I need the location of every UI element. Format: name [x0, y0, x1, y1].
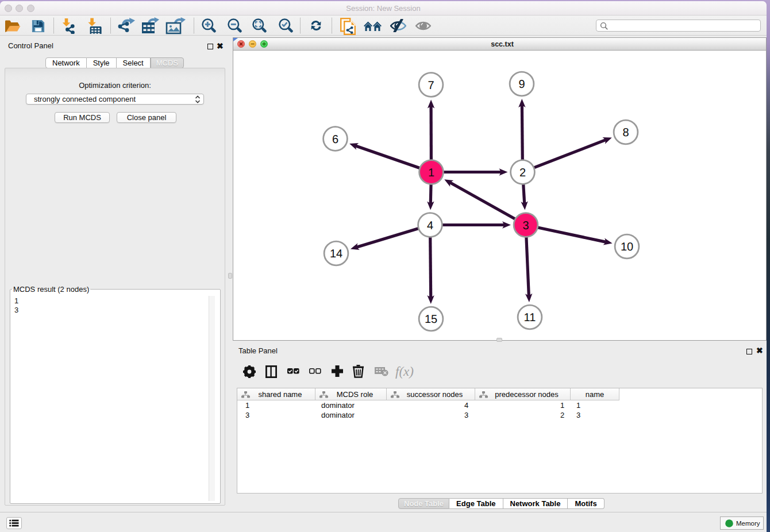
svg-text:4: 4	[427, 219, 433, 232]
svg-text:2: 2	[519, 167, 526, 179]
svg-text:f(x): f(x)	[395, 364, 414, 379]
svg-text:7: 7	[428, 79, 434, 92]
svg-text:11: 11	[524, 311, 536, 324]
svg-text:3: 3	[522, 219, 529, 232]
svg-text:14: 14	[330, 248, 342, 260]
svg-text:15: 15	[425, 313, 437, 326]
svg-text:8: 8	[622, 126, 629, 139]
svg-text:1: 1	[428, 167, 434, 179]
svg-text:10: 10	[621, 241, 633, 253]
svg-text:6: 6	[332, 133, 338, 146]
svg-text:9: 9	[518, 78, 525, 91]
